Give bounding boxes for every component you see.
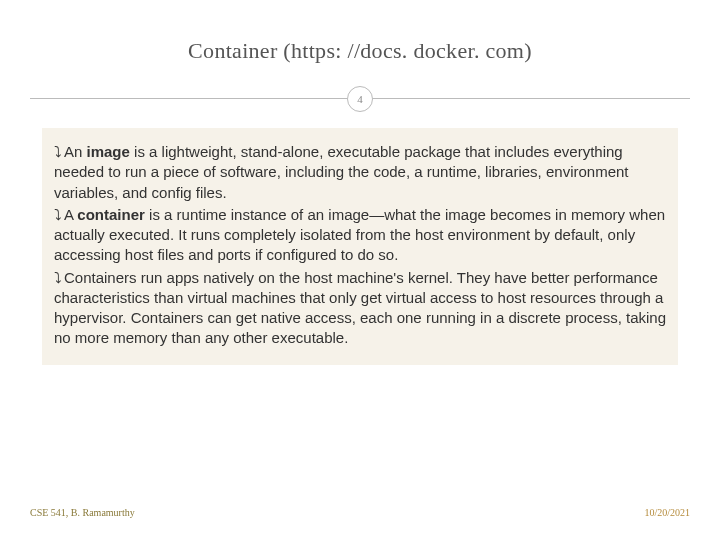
- footer-right: 10/20/2021: [644, 507, 690, 518]
- title-wrap: Container (https: //docs. docker. com): [0, 0, 720, 64]
- bullet-item: ⤵Containers run apps natively on the hos…: [54, 268, 666, 349]
- bullet-text-pre: An: [64, 143, 87, 160]
- slide-title: Container (https: //docs. docker. com): [188, 38, 532, 64]
- bullet-text-strong: container: [77, 206, 145, 223]
- bullet-icon: ⤵: [54, 143, 62, 160]
- bullet-text-strong: image: [87, 143, 130, 160]
- bullet-text-post: is a lightweight, stand-alone, executabl…: [54, 143, 629, 201]
- bullet-icon: ⤵: [54, 206, 62, 223]
- content-box: ⤵An image is a lightweight, stand-alone,…: [42, 128, 678, 365]
- bullet-text-pre: A: [64, 206, 77, 223]
- bullet-item: ⤵An image is a lightweight, stand-alone,…: [54, 142, 666, 203]
- bullet-text-post: is a runtime instance of an image—what t…: [54, 206, 665, 264]
- footer-left: CSE 541, B. Ramamurthy: [30, 507, 135, 518]
- bullet-text-post: Containers run apps natively on the host…: [54, 269, 666, 347]
- bullet-icon: ⤵: [54, 269, 62, 286]
- slide: Container (https: //docs. docker. com) 4…: [0, 0, 720, 540]
- bullet-item: ⤵A container is a runtime instance of an…: [54, 205, 666, 266]
- page-number-badge: 4: [347, 86, 373, 112]
